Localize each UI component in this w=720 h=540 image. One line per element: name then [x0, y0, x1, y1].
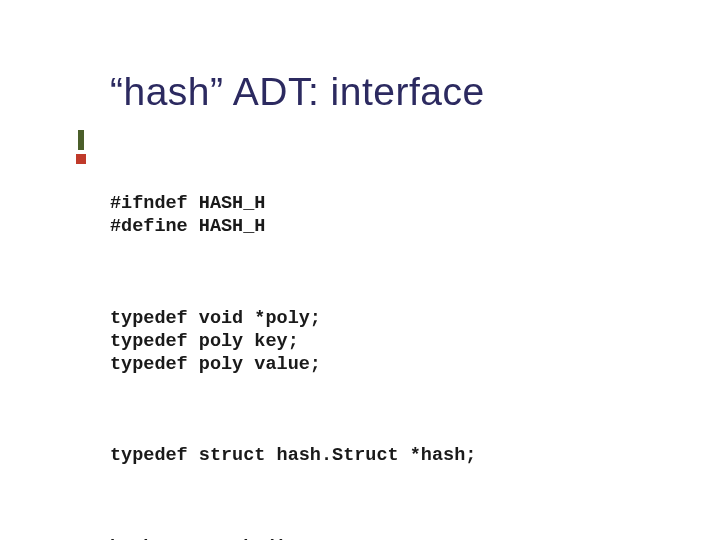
slide-title: “hash” ADT: interface	[110, 70, 720, 114]
accent-bar	[78, 130, 84, 510]
code-line: typedef void *poly;	[110, 308, 321, 329]
code-line: typedef poly value;	[110, 354, 321, 375]
code-line: typedef poly key;	[110, 331, 299, 352]
code-block: #ifndef HASH_H #define HASH_H typedef vo…	[110, 146, 720, 540]
accent-bar-line	[78, 130, 84, 150]
code-section-funcs: hash new.Hash (); hash new.Hash2 (double…	[110, 536, 720, 540]
code-line: #ifndef HASH_H	[110, 193, 265, 214]
code-section-guard: #ifndef HASH_H #define HASH_H	[110, 192, 720, 238]
accent-bar-dot	[76, 154, 86, 164]
code-section-struct: typedef struct hash.Struct *hash;	[110, 444, 720, 467]
code-line: #define HASH_H	[110, 216, 265, 237]
slide: “hash” ADT: interface #ifndef HASH_H #de…	[0, 0, 720, 540]
code-line: typedef struct hash.Struct *hash;	[110, 445, 476, 466]
code-section-typedefs: typedef void *poly; typedef poly key; ty…	[110, 307, 720, 376]
